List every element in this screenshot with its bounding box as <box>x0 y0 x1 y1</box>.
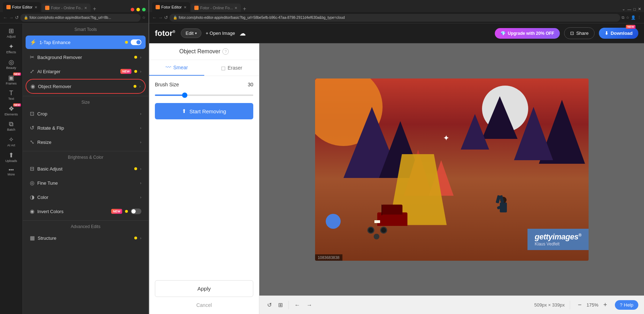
brush-size-label: Brush Size <box>155 82 179 87</box>
right-tab-1[interactable]: Fotor Editor ✕ <box>152 2 190 12</box>
window-minimize-icon[interactable]: — <box>627 7 631 11</box>
share-button[interactable]: ⊡ Share <box>564 27 595 39</box>
new-tag: NEW <box>626 25 635 29</box>
nav-reload-button[interactable]: ↺ <box>15 15 19 20</box>
canvas-image: ✦ gettyimages® Klaus Vedfelt 1083683838 <box>315 78 589 261</box>
getty-overlay: gettyimages® Klaus Vedfelt <box>527 229 588 250</box>
advanced-section-label: Advanced Edits <box>23 220 148 231</box>
window-close-icon[interactable]: ✕ <box>638 7 641 11</box>
new-tab-button[interactable]: + <box>91 6 97 12</box>
profile-icon[interactable]: 👤 <box>631 15 636 20</box>
nav-reload-button[interactable]: ↺ <box>164 15 168 20</box>
sidebar-item-adjust[interactable]: ⊞ Adjust <box>0 25 22 40</box>
nav-back-button[interactable]: ← <box>152 15 157 20</box>
help-icon[interactable]: ? <box>222 48 229 55</box>
sidebar-item-beauty[interactable]: ◎ Beauty <box>0 56 22 72</box>
zoom-in-button[interactable]: + <box>601 301 610 309</box>
tab-favicon <box>194 6 199 10</box>
extensions-icon[interactable]: ⧉ <box>622 15 624 20</box>
start-removing-button[interactable]: ⬆ Start Removing <box>155 103 253 119</box>
sidebar-label-adjust: Adjust <box>1 35 21 38</box>
open-image-button[interactable]: + Open Image <box>206 31 235 36</box>
tool-resize[interactable]: ⤡ Resize › <box>26 135 146 149</box>
tool-structure[interactable]: ▦ Structure › <box>26 231 146 245</box>
left-tab-1[interactable]: Fotor Editor ✕ <box>3 2 41 12</box>
new-badge: NEW <box>13 103 21 107</box>
zoom-out-button[interactable]: − <box>575 301 585 309</box>
left-tab-2[interactable]: Fotor - Online Fo... ✕ <box>42 4 91 12</box>
window-maximize-btn[interactable] <box>142 8 146 11</box>
dot-yellow <box>134 85 136 88</box>
window-close-btn[interactable] <box>131 8 134 11</box>
tab-search-icon[interactable]: ⌄ <box>622 7 625 11</box>
nav-forward-button[interactable]: → <box>9 15 13 20</box>
nav-back-button[interactable]: ← <box>3 15 7 20</box>
upgrade-button[interactable]: 💎 Upgrade with 20% OFF <box>495 28 560 39</box>
address-input[interactable] <box>29 16 137 20</box>
tool-basic-adjust[interactable]: ⊟ Basic Adjust › <box>26 162 146 175</box>
tab-close-icon[interactable]: ✕ <box>34 5 37 9</box>
edit-dropdown-button[interactable]: Edit ▾ <box>181 28 201 38</box>
tab-close-icon[interactable]: ✕ <box>234 6 237 10</box>
tab-label: Fotor - Online Fo... <box>51 6 83 10</box>
sidebar-item-effects[interactable]: ✦ Effects <box>0 40 22 56</box>
compare-button[interactable]: ⊞ <box>276 299 285 310</box>
dot-yellow <box>134 70 137 73</box>
tab-close-icon[interactable]: ✕ <box>84 6 87 10</box>
address-input-right[interactable] <box>179 16 617 20</box>
smear-tab[interactable]: 〰 Smear <box>149 60 204 76</box>
nav-back-canvas-button[interactable]: ← <box>292 300 302 310</box>
dot-yellow <box>134 167 137 170</box>
nav-forward-canvas-button[interactable]: → <box>304 300 314 310</box>
right-tab-2[interactable]: Fotor - Online Fo... ✕ <box>191 4 240 12</box>
sidebar-item-elements[interactable]: NEW ❖ Elements <box>0 103 22 118</box>
sidebar-item-more[interactable]: ••• More <box>0 165 22 178</box>
tools-panel: Smart Tools ⚡ 1-Tap Enhance ✂ Background <box>23 23 148 314</box>
canvas-content[interactable]: ✦ gettyimages® Klaus Vedfelt 1083683838 <box>259 43 644 296</box>
sidebar-item-frames[interactable]: NEW ▣ Frames <box>0 72 22 87</box>
tool-bg-remover[interactable]: ✂ Background Remover › <box>26 50 146 64</box>
canvas-size-info: 509px × 339px <box>534 302 565 308</box>
eraser-icon: ◻ <box>221 65 226 71</box>
image-id: 1083683838 <box>315 254 342 261</box>
bookmark-icon[interactable]: ☆ <box>626 15 629 20</box>
brush-size-slider[interactable] <box>155 94 253 96</box>
tool-crop[interactable]: ⊡ Crop › <box>26 107 146 120</box>
bg-remover-label: Background Remover <box>37 55 131 60</box>
chevron-right-icon: › <box>140 195 141 199</box>
cloud-button[interactable]: ☁ <box>239 29 246 37</box>
undo-button[interactable]: ↺ <box>265 299 274 310</box>
window-minimize-btn[interactable] <box>136 8 140 11</box>
tool-color[interactable]: ◑ Color › <box>26 190 146 204</box>
bookmark-icon[interactable]: ☆ <box>142 15 146 20</box>
tool-fine-tune[interactable]: ◎ Fine Tune › <box>26 176 146 190</box>
cancel-button[interactable]: Cancel <box>196 302 212 308</box>
tool-invert-colors[interactable]: ◉ Invert Colors NEW <box>26 205 146 218</box>
sidebar-item-batch[interactable]: ⧉ Batch <box>0 118 22 134</box>
sidebar-item-text[interactable]: T Text <box>0 87 22 103</box>
sidebar-item-uploads[interactable]: ⬆ Uploads <box>0 149 22 165</box>
window-restore-icon[interactable]: □ <box>633 7 636 11</box>
eraser-tab[interactable]: ◻ Eraser <box>204 60 259 76</box>
resize-icon: ⤡ <box>30 139 34 145</box>
download-icon: ⬇ <box>605 31 608 36</box>
new-tab-button[interactable]: + <box>242 6 248 12</box>
download-button[interactable]: NEW ⬇ Download <box>599 28 638 39</box>
help-button[interactable]: ? Help <box>615 300 638 310</box>
brush-cursor <box>326 214 341 229</box>
tool-ai-enlarger[interactable]: ⤢ AI Enlarger NEW › <box>26 65 146 78</box>
toggle-switch-off[interactable] <box>131 209 141 214</box>
tab-favicon <box>6 5 11 9</box>
tool-rotate-flip[interactable]: ↺ Rotate & Flip › <box>26 121 146 135</box>
basic-adjust-label: Basic Adjust <box>37 166 131 172</box>
object-remover-panel: Object Remover ? 〰 Smear ◻ Eraser <box>149 43 259 314</box>
more-options-icon[interactable]: ⋮ <box>637 15 641 20</box>
apply-button[interactable]: Apply <box>155 280 253 297</box>
nav-forward-button[interactable]: → <box>158 15 163 20</box>
tool-object-remover[interactable]: ◉ Object Remover › <box>26 79 146 94</box>
tab-close-icon[interactable]: ✕ <box>184 5 186 9</box>
sidebar-item-aiart[interactable]: ✧ AI Art <box>0 134 22 149</box>
toggle-switch[interactable] <box>131 39 141 45</box>
tool-one-tap-enhance[interactable]: ⚡ 1-Tap Enhance <box>26 36 146 49</box>
sidebar-label-frames: Frames <box>1 82 21 85</box>
